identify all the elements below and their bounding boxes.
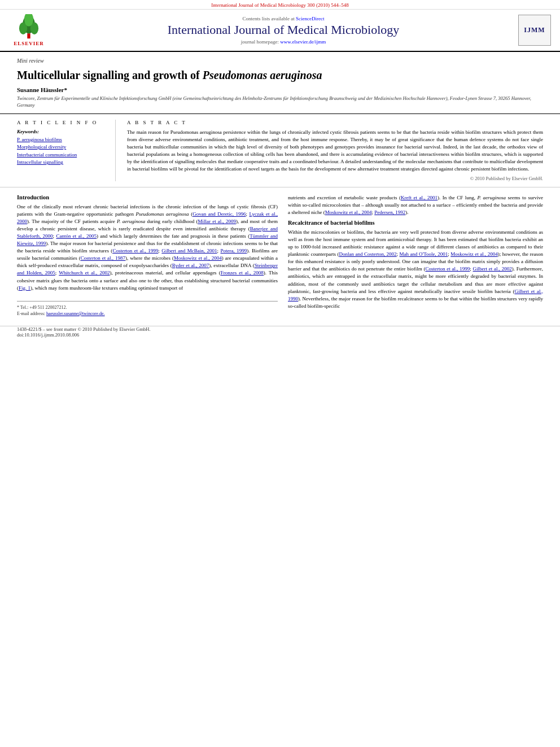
author-name: Susanne Häussler* xyxy=(0,86,560,95)
ref-gilbert90[interactable]: Gilbert et al., 1990 xyxy=(288,289,543,302)
footnote-area: * Tel.: +49 511 220027212. E-mail addres… xyxy=(17,301,278,317)
ref-pedersen[interactable]: Pedersen, 1992 xyxy=(374,209,405,215)
journal-reference-text: International Journal of Medical Microbi… xyxy=(211,2,349,8)
ref-costerton99[interactable]: Costerton et al., 1999 xyxy=(112,248,158,254)
ref-mah[interactable]: Mah and O'Toole, 2001 xyxy=(400,251,448,257)
ref-potera[interactable]: Potera, 1999 xyxy=(221,248,247,254)
ref-whitchurch[interactable]: Whitchurch et al., 2002 xyxy=(59,270,110,276)
journal-reference-bar: International Journal of Medical Microbi… xyxy=(0,0,560,10)
keyword-4[interactable]: Intracellular signalling xyxy=(17,159,107,167)
footnote-email-link[interactable]: haeussler.susanne@twincore.de. xyxy=(46,311,105,316)
journal-url[interactable]: www.elsevier.de/ijmm xyxy=(280,39,326,45)
ref-fronzes[interactable]: Fronzes et al., 2008 xyxy=(221,270,264,276)
journal-header: ELSEVIER Contents lists available at Sci… xyxy=(0,10,560,52)
content-col-right: nutrients and excretion of metabolic was… xyxy=(288,194,543,317)
ref-millar[interactable]: Millar et al., 2009 xyxy=(198,219,236,224)
keyword-3[interactable]: Interbacterial communication xyxy=(17,151,107,159)
article-title-italic: Pseudomonas aeruginosa xyxy=(203,69,322,81)
ref-donlan[interactable]: Donlan and Costerton, 2002 xyxy=(339,251,396,257)
introduction-para-1: One of the clinically most relevant chro… xyxy=(17,203,278,292)
keyword-1[interactable]: P. aeruginosa biofilms xyxy=(17,136,107,144)
footnote-tel: * Tel.: +49 511 220027212. xyxy=(17,304,278,311)
abstract-col: A B S T R A C T The main reason for Pseu… xyxy=(127,120,543,181)
ref-canton[interactable]: Cantón et al., 2005 xyxy=(56,233,96,239)
ref-moskowitz04c[interactable]: Moskowitz et al., 2004 xyxy=(450,251,497,257)
recalcitrance-para: Within the microcolonies or biofilms, th… xyxy=(288,229,543,310)
right-intro-para: nutrients and excretion of metabolic was… xyxy=(288,194,543,216)
abstract-text: The main reason for Pseudomonas aerugino… xyxy=(127,129,543,173)
journal-homepage: journal homepage: www.elsevier.de/ijmm xyxy=(49,39,518,45)
ref-costerton87[interactable]: Costerton et al., 1987 xyxy=(81,255,125,261)
elsevier-logo: ELSEVIER xyxy=(9,14,49,46)
ref-gilbert01[interactable]: Gilbert and McBain, 2001 xyxy=(161,248,217,254)
ref-kreft[interactable]: Kreft et al., 2001 xyxy=(401,195,438,200)
footnote-email: E-mail address: haeussler.susanne@twinco… xyxy=(17,311,278,317)
article-info-heading: A R T I C L E I N F O xyxy=(17,120,107,125)
article-info-abstract-section: A R T I C L E I N F O Keywords: P. aerug… xyxy=(0,114,560,187)
keywords-label: Keywords: xyxy=(17,129,107,134)
journal-title-center: Contents lists available at ScienceDirec… xyxy=(49,16,518,45)
article-type-label: Mini review xyxy=(0,52,560,64)
ref-costerton99b[interactable]: Costerton et al., 1999 xyxy=(426,266,470,272)
abstract-heading: A B S T R A C T xyxy=(127,120,543,125)
ref-gilbert02[interactable]: Gilbert et al., 2002 xyxy=(473,266,512,272)
ref-ryder[interactable]: Ryder et al., 2007 xyxy=(172,263,209,268)
ref-fig1[interactable]: Fig. 1 xyxy=(19,285,30,291)
article-title: Multicellular signalling and growth of P… xyxy=(0,66,560,86)
journal-title: International Journal of Medical Microbi… xyxy=(49,23,518,37)
article-info-col: A R T I C L E I N F O Keywords: P. aerug… xyxy=(17,120,116,181)
author-affiliation: Twincore, Zentrum für Experimentelle und… xyxy=(0,95,560,114)
science-direct-link: Contents lists available at ScienceDirec… xyxy=(49,16,518,21)
science-direct-anchor[interactable]: ScienceDirect xyxy=(296,16,324,21)
keyword-2[interactable]: Morphological diversity xyxy=(17,143,107,151)
elsevier-text: ELSEVIER xyxy=(14,41,44,46)
svg-rect-0 xyxy=(27,33,30,38)
ref-govan[interactable]: Govan and Deretic, 1996 xyxy=(193,211,246,217)
content-col-left: Introduction One of the clinically most … xyxy=(17,194,278,317)
ref-moskowitz04[interactable]: Moskowitz et al., 2004 xyxy=(174,255,222,261)
elsevier-tree-icon xyxy=(15,14,43,40)
umm-logo: IJMM xyxy=(518,15,551,46)
recalcitrance-heading: Recalcitrance of bacterial biofilms xyxy=(288,220,543,226)
ref-moskowitz04b[interactable]: Moskowitz et al., 2004 xyxy=(325,209,372,215)
journal-doi-issn: 1438-4221/$ – see front matter © 2010 Pu… xyxy=(0,326,560,341)
copyright-line: © 2010 Published by Elsevier GmbH. xyxy=(127,176,543,181)
introduction-heading: Introduction xyxy=(17,194,278,200)
main-content: Introduction One of the clinically most … xyxy=(0,187,560,324)
